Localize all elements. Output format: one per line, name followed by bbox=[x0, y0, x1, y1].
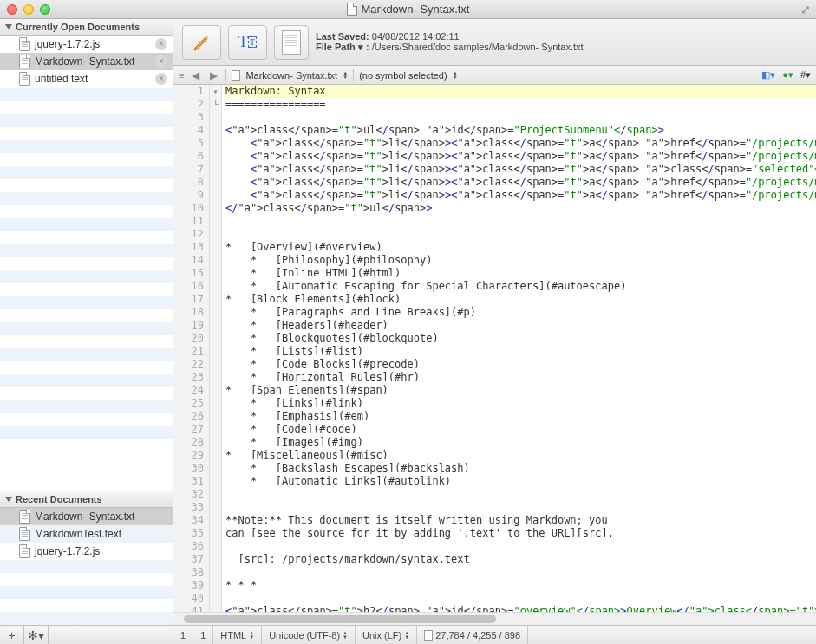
fold-gutter[interactable]: ▾└ bbox=[210, 85, 222, 612]
text-tool-button[interactable]: TT bbox=[228, 25, 267, 60]
close-icon[interactable]: × bbox=[155, 55, 167, 68]
navigation-bar: ≡ ◀ ▶ Markdown- Syntax.txt ▲▼ (no symbol… bbox=[173, 66, 816, 85]
file-name: untitled text bbox=[35, 73, 88, 85]
document-icon bbox=[232, 70, 240, 81]
document-stats: 27,784 / 4,255 / 898 bbox=[417, 626, 528, 644]
bookmark-icon[interactable]: ◧▾ bbox=[761, 69, 775, 81]
sidebar: Currently Open Documents jquery-1.7.2.js… bbox=[0, 19, 173, 644]
close-icon[interactable]: × bbox=[155, 73, 167, 85]
open-documents-list: jquery-1.7.2.js×Markdown- Syntax.txt×unt… bbox=[0, 36, 173, 491]
recent-document-row[interactable]: jquery-1.7.2.js bbox=[0, 543, 173, 560]
document-button[interactable] bbox=[274, 25, 309, 60]
file-icon bbox=[19, 544, 30, 558]
file-icon bbox=[19, 72, 30, 86]
pencil-icon bbox=[192, 32, 212, 53]
edit-button[interactable] bbox=[182, 25, 221, 60]
file-name: MarkdownTest.text bbox=[35, 528, 121, 540]
file-name: Markdown- Syntax.txt bbox=[35, 55, 134, 68]
symbol-selector[interactable]: (no symbol selected) bbox=[359, 70, 447, 81]
recent-documents-list: Markdown- Syntax.txtMarkdownTest.textjqu… bbox=[0, 508, 173, 625]
recent-document-row[interactable]: MarkdownTest.text bbox=[0, 525, 173, 543]
document-icon bbox=[347, 3, 357, 16]
settings-button[interactable]: ✻▾ bbox=[24, 626, 49, 644]
stepper-icon[interactable]: ▲▼ bbox=[453, 71, 458, 80]
file-info: Last Saved: 04/08/2012 14:02:11 File Pat… bbox=[316, 31, 584, 53]
open-document-row[interactable]: jquery-1.7.2.js× bbox=[0, 36, 173, 53]
open-documents-header[interactable]: Currently Open Documents bbox=[0, 19, 173, 36]
code-editor[interactable]: Markdown: Syntax================ <"a">cl… bbox=[222, 85, 816, 612]
file-name: jquery-1.7.2.js bbox=[35, 38, 100, 50]
encoding-selector[interactable]: Unicode (UTF-8)▲▼ bbox=[262, 626, 356, 644]
close-icon[interactable]: × bbox=[155, 38, 167, 50]
file-icon bbox=[19, 37, 30, 51]
recent-documents-header[interactable]: Recent Documents bbox=[0, 491, 173, 508]
document-icon bbox=[424, 630, 433, 641]
stepper-icon[interactable]: ▲▼ bbox=[343, 71, 348, 80]
file-icon bbox=[19, 510, 30, 524]
window-title: Markdown- Syntax.txt bbox=[362, 3, 470, 16]
open-document-row[interactable]: Markdown- Syntax.txt× bbox=[0, 53, 173, 70]
status-bar: 1 1 HTML▲▼ Unicode (UTF-8)▲▼ Unix (LF)▲▼… bbox=[173, 625, 816, 644]
add-button[interactable]: + bbox=[0, 626, 24, 644]
marker-icon[interactable]: ●▾ bbox=[782, 69, 793, 81]
file-icon bbox=[19, 527, 30, 541]
line-ending-selector[interactable]: Unix (LF)▲▼ bbox=[356, 626, 417, 644]
hash-icon[interactable]: #▾ bbox=[800, 69, 811, 81]
recent-document-row[interactable]: Markdown- Syntax.txt bbox=[0, 508, 173, 525]
cursor-line[interactable]: 1 bbox=[173, 626, 193, 644]
line-number-gutter[interactable]: 1234567891011121314151617181920212223242… bbox=[173, 85, 210, 612]
chevron-down-icon bbox=[5, 497, 12, 502]
window-titlebar: Markdown- Syntax.txt ⤢ bbox=[0, 0, 816, 19]
horizontal-scrollbar[interactable] bbox=[173, 612, 816, 625]
language-selector[interactable]: HTML▲▼ bbox=[213, 626, 262, 644]
file-name: jquery-1.7.2.js bbox=[35, 545, 100, 557]
toolbar: TT Last Saved: 04/08/2012 14:02:11 File … bbox=[173, 19, 816, 66]
chevron-down-icon bbox=[5, 24, 12, 29]
nav-forward-button[interactable]: ▶ bbox=[207, 69, 220, 81]
sidebar-footer: + ✻▾ bbox=[0, 625, 173, 644]
nav-back-button[interactable]: ◀ bbox=[189, 69, 202, 81]
file-name: Markdown- Syntax.txt bbox=[35, 511, 134, 523]
editor-pane: TT Last Saved: 04/08/2012 14:02:11 File … bbox=[173, 19, 816, 644]
menu-icon[interactable]: ≡ bbox=[179, 70, 184, 81]
resize-icon[interactable]: ⤢ bbox=[800, 3, 813, 15]
cursor-column[interactable]: 1 bbox=[193, 626, 213, 644]
file-icon bbox=[19, 55, 30, 68]
nav-filename[interactable]: Markdown- Syntax.txt bbox=[245, 70, 337, 81]
open-document-row[interactable]: untitled text× bbox=[0, 70, 173, 88]
